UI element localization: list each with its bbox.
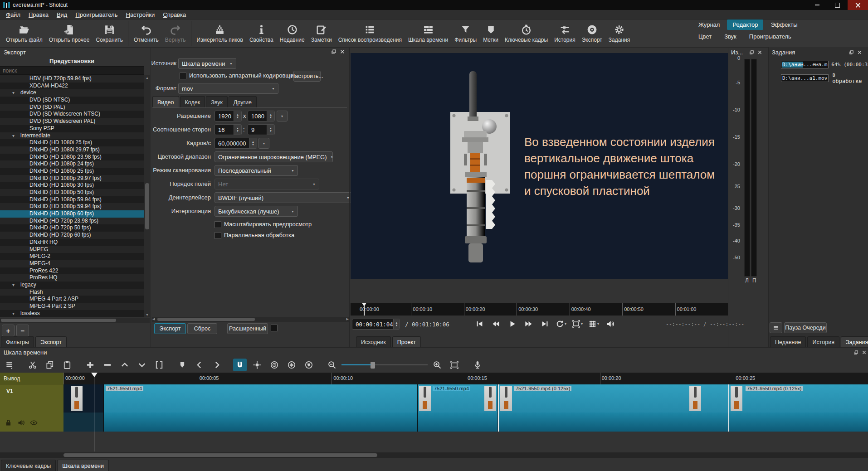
export-settings-tab[interactable]: Видео <box>152 96 179 108</box>
settings-hscrollbar[interactable]: ◀ ▶ <box>152 317 349 322</box>
timeline-clip[interactable]: 7521-9550.mp4 <box>417 384 497 432</box>
aspect-w-spinbox[interactable]: 16▲▼ <box>215 124 242 135</box>
preset-item[interactable]: DNxHD (HD 1080p 59.94 fps) <box>0 196 144 204</box>
right-dock-tab[interactable]: История <box>807 336 839 347</box>
left-dock-tab[interactable]: Экспорт <box>35 336 67 348</box>
preset-item[interactable]: HDV (HD 720p 59.94 fps) <box>0 75 144 83</box>
scan-mode-combobox[interactable]: Последовательный▼ <box>215 165 298 176</box>
format-combobox[interactable]: mov▼ <box>178 83 278 94</box>
preset-item[interactable]: DVD (SD Widescreen NTSC) <box>0 111 144 118</box>
transport-button[interactable] <box>488 318 503 330</box>
timeline-tool-button[interactable] <box>325 359 339 371</box>
hide-track-icon[interactable] <box>30 419 38 427</box>
preset-item[interactable]: DNxHD (HD 1080p 23.98 fps) <box>0 154 144 161</box>
preset-item[interactable]: DVD (SD Widescreen PAL) <box>0 118 144 125</box>
transport-button[interactable] <box>586 318 601 330</box>
float-panel-icon[interactable] <box>849 50 854 55</box>
fps-preset-button[interactable]: ▼ <box>258 138 269 149</box>
preset-item[interactable]: device <box>0 89 144 97</box>
scroll-right-icon[interactable]: ▶ <box>346 317 349 321</box>
float-panel-icon[interactable] <box>853 350 858 355</box>
left-dock-tab[interactable]: Фильтры <box>1 336 34 348</box>
float-panel-icon[interactable] <box>331 49 336 54</box>
preset-item[interactable]: ProRes HQ <box>0 274 144 282</box>
close-panel-icon[interactable] <box>757 50 762 55</box>
export-settings-tab[interactable]: Кодек <box>180 96 205 108</box>
toolbar-button[interactable]: Открыть файл <box>3 21 46 46</box>
view-tab[interactable]: Редактор <box>727 19 763 30</box>
spinner-arrows-icon[interactable]: ▲▼ <box>234 111 241 121</box>
spinner-arrows-icon[interactable]: ▲▼ <box>249 138 257 148</box>
add-preset-button[interactable]: + <box>2 325 15 336</box>
menu-item[interactable]: Правка <box>24 11 53 18</box>
export-button[interactable]: Экспорт <box>154 323 186 334</box>
preset-search-input[interactable] <box>0 66 144 75</box>
export-settings-tab[interactable]: Звук <box>206 96 228 108</box>
preset-item[interactable]: DNxHD (HD 1080p 24 fps) <box>0 160 144 168</box>
view-tab[interactable]: Цвет <box>693 31 717 42</box>
timeline-tool-button[interactable] <box>43 359 57 371</box>
preset-item[interactable]: MPEG-4 Part 2 SP <box>0 303 144 310</box>
toolbar-button[interactable]: Заметки <box>308 21 335 46</box>
timeline-tool-button[interactable] <box>26 359 39 371</box>
transport-button[interactable] <box>537 318 552 330</box>
toolbar-button[interactable]: Измеритель пиков <box>191 21 246 46</box>
preset-list-hscrollbar[interactable] <box>0 318 150 323</box>
timeline-zoom-slider[interactable] <box>341 359 428 371</box>
scroll-up-icon[interactable]: ▲ <box>144 76 150 79</box>
timeline-playhead-handle[interactable] <box>91 373 98 377</box>
timeline-clip[interactable]: 7521-9550.mp4 (0.125x) <box>498 384 728 432</box>
lock-track-icon[interactable] <box>5 419 12 427</box>
timeline-tool-button[interactable] <box>302 359 316 371</box>
timeline-clip[interactable] <box>63 384 103 432</box>
toolbar-button[interactable]: История <box>551 21 579 46</box>
slider-handle[interactable] <box>371 362 375 369</box>
preset-item[interactable]: DNxHR HQ <box>0 239 144 246</box>
timeline-tool-button[interactable] <box>83 359 97 371</box>
parallel-processing-checkbox[interactable] <box>215 232 221 239</box>
view-tab[interactable]: Звук <box>719 31 742 42</box>
spinner-arrows-icon[interactable]: ▲▼ <box>234 125 241 135</box>
preset-item[interactable]: intermediate <box>0 132 144 140</box>
right-dock-tab[interactable]: Недавние <box>770 336 806 347</box>
job-filename[interactable]: D:\аним...ема.m <box>781 61 829 68</box>
player-scrub-bar[interactable]: 00:00:0000:00:1000:00:2000:00:3000:00:40… <box>351 303 728 316</box>
timeline-tool-button[interactable] <box>60 359 74 371</box>
preset-item[interactable]: DNxHD (HD 720p 23.98 fps) <box>0 218 144 225</box>
toolbar-button[interactable]: Сохранить <box>93 21 126 46</box>
job-filename[interactable]: D:\ани...a1.mov <box>781 74 829 82</box>
preset-item[interactable]: DNxHD (HD 1080p 59.94 fps) <box>0 203 144 210</box>
preset-item[interactable]: XDCAM-HD422 <box>0 83 144 90</box>
interpolation-combobox[interactable]: Бикубическая (лучше)▼ <box>215 206 298 217</box>
timeline-tool-button[interactable] <box>250 359 264 371</box>
preset-item[interactable]: lossless <box>0 310 144 317</box>
float-panel-icon[interactable] <box>749 50 754 55</box>
preset-item[interactable]: MPEG-4 <box>0 260 144 267</box>
configure-button[interactable]: Настроить... <box>293 71 321 82</box>
preset-item[interactable]: DNxHD (HD 1080p 30 fps) <box>0 182 144 189</box>
preset-item[interactable]: ProRes 422 <box>0 267 144 275</box>
bottom-dock-tab[interactable]: Ключевые кадры <box>1 460 56 471</box>
timeline-tool-button[interactable] <box>176 359 189 371</box>
current-position-spinbox[interactable]: 00:00:01:04 ▲▼ <box>352 319 400 330</box>
toolbar-button[interactable]: Недавние <box>277 21 308 46</box>
timeline-tool-button[interactable] <box>193 359 206 371</box>
player-playhead[interactable] <box>364 303 365 316</box>
jobs-menu-button[interactable] <box>770 322 782 333</box>
preset-item[interactable]: DNxHD (HD 1080i 29.97 fps) <box>0 146 144 154</box>
preset-item[interactable]: DNxHD (HD 1080i 25 fps) <box>0 139 144 146</box>
transport-button[interactable] <box>553 318 569 330</box>
resolution-width-spinbox[interactable]: 1920▲▼ <box>215 111 242 121</box>
transport-button[interactable] <box>472 318 487 330</box>
toolbar-button[interactable]: Экспорт <box>579 21 605 46</box>
preset-item[interactable]: Sony PSP <box>0 125 144 132</box>
close-panel-icon[interactable] <box>862 350 867 355</box>
transport-button[interactable] <box>504 318 520 330</box>
toolbar-button[interactable]: Открыть прочее <box>46 21 93 46</box>
fps-spinbox[interactable]: 60,000000▲▼ <box>215 138 257 149</box>
timeline-ruler[interactable]: 00:00:0000:00:0500:00:1000:00:1500:00:20… <box>63 373 868 384</box>
scale-preview-checkbox[interactable] <box>215 221 221 228</box>
timeline-tool-button[interactable] <box>135 359 149 371</box>
hw-encoder-checkbox[interactable] <box>180 73 186 79</box>
preset-item[interactable]: MJPEG <box>0 246 144 253</box>
